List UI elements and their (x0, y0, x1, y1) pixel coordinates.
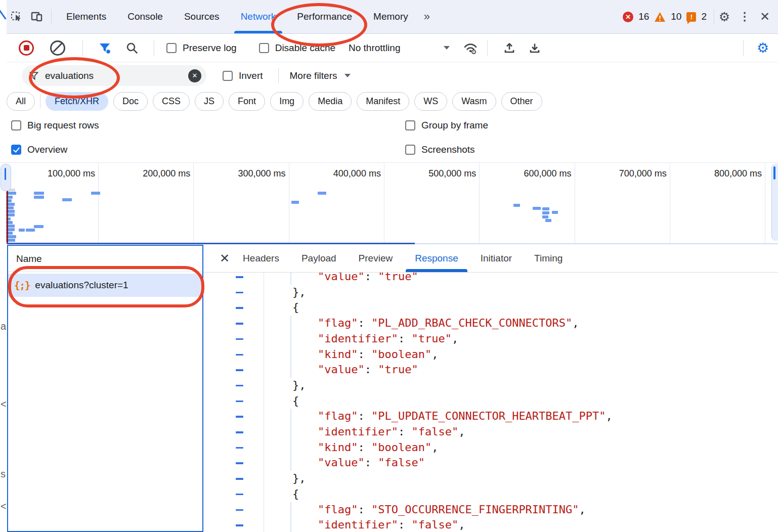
chip-wasm[interactable]: Wasm (452, 92, 496, 111)
chip-doc[interactable]: Doc (113, 92, 148, 111)
more-filters-button[interactable]: More filters (290, 70, 351, 81)
preserve-log-box[interactable] (166, 43, 177, 53)
overview-right-drag-handle[interactable] (771, 164, 778, 241)
chip-fetch-xhr[interactable]: Fetch/XHR (46, 92, 108, 111)
fold-marker-icon[interactable] (236, 494, 243, 496)
detail-tab-initiator[interactable]: Initiator (481, 245, 512, 272)
indent-guide (290, 273, 291, 285)
chip-ws[interactable]: WS (414, 92, 447, 111)
fold-marker-icon[interactable] (236, 524, 243, 526)
issues-count[interactable]: 2 (701, 11, 707, 22)
chip-other[interactable]: Other (501, 92, 542, 111)
more-filters-label: More filters (290, 70, 337, 81)
big-request-rows-label: Big request rows (27, 120, 99, 131)
detail-tab-timing[interactable]: Timing (534, 245, 563, 272)
clear-network-log-icon[interactable] (50, 40, 65, 56)
separator (40, 94, 40, 108)
detail-tab-response[interactable]: Response (415, 245, 458, 272)
fold-marker-icon[interactable] (236, 509, 243, 511)
invert-checkbox[interactable]: Invert (223, 70, 263, 81)
filter-input[interactable] (44, 70, 167, 82)
big-request-rows-box[interactable] (11, 120, 21, 130)
group-by-frame-box[interactable] (405, 120, 415, 130)
tab-performance[interactable]: Performance (286, 0, 363, 33)
tab-memory[interactable]: Memory (363, 0, 419, 33)
tab-network[interactable]: Network (230, 0, 287, 33)
overview-left-drag-handle[interactable] (1, 164, 11, 191)
clear-filter-icon[interactable]: ✕ (188, 69, 201, 82)
settings-gear-icon[interactable]: ⚙ (714, 7, 734, 27)
indent-guide (290, 316, 291, 331)
warnings-icon[interactable] (654, 12, 666, 22)
fold-marker-icon[interactable] (236, 369, 243, 371)
record-network-log-button[interactable] (19, 40, 34, 56)
screenshots-box[interactable] (405, 145, 415, 155)
fold-marker-icon[interactable] (236, 276, 243, 278)
chip-manifest[interactable]: Manifest (357, 92, 409, 111)
disable-cache-box[interactable] (259, 43, 269, 53)
fold-marker-icon[interactable] (236, 447, 243, 449)
detail-tab-preview[interactable]: Preview (359, 245, 393, 272)
fold-marker-icon[interactable] (236, 401, 243, 403)
throttling-select[interactable]: No throttling (349, 42, 450, 54)
big-request-rows-checkbox[interactable]: Big request rows (11, 120, 99, 131)
request-bar (26, 229, 35, 232)
overview-box[interactable] (11, 145, 21, 155)
chip-font[interactable]: Font (229, 92, 265, 111)
errors-icon[interactable]: ✕ (623, 12, 633, 22)
fold-marker-icon[interactable] (236, 292, 243, 294)
request-bar (62, 198, 72, 201)
tab-elements[interactable]: Elements (56, 0, 117, 33)
invert-box[interactable] (223, 71, 233, 81)
group-by-frame-checkbox[interactable]: Group by frame (405, 120, 488, 131)
fold-marker-icon[interactable] (236, 431, 243, 433)
inspect-element-icon[interactable] (7, 7, 27, 27)
separator (278, 68, 279, 83)
import-har-icon[interactable] (503, 41, 516, 55)
overview-checkbox[interactable]: Overview (11, 144, 67, 155)
filter-icon[interactable] (98, 41, 111, 55)
code-line: "value": "true" (203, 362, 778, 378)
chip-js[interactable]: JS (195, 92, 224, 111)
overview-tick-label: 200,000 ms (99, 168, 190, 179)
network-conditions-icon[interactable] (463, 41, 478, 55)
more-tabs-icon[interactable]: » (419, 10, 434, 23)
filter-input-pill[interactable]: ✕ (22, 65, 206, 86)
kebab-menu-icon[interactable]: ⋮ (734, 7, 755, 27)
issues-icon[interactable]: ! (686, 12, 696, 22)
close-detail-icon[interactable]: ✕ (203, 251, 243, 265)
code-line: "flag": "PL_UPDATE_CONNECTOR_HEARTBEAT_P… (203, 409, 778, 424)
disable-cache-checkbox[interactable]: Disable cache (259, 42, 335, 54)
detail-tab-payload[interactable]: Payload (301, 245, 336, 272)
fold-marker-icon[interactable] (236, 385, 243, 387)
chip-media[interactable]: Media (309, 92, 352, 111)
chip-all[interactable]: All (7, 92, 35, 111)
export-har-icon[interactable] (528, 41, 541, 55)
fold-marker-icon[interactable] (236, 478, 243, 480)
tab-sources[interactable]: Sources (174, 0, 230, 33)
name-header-label: Name (16, 253, 42, 264)
network-overview-timeline[interactable]: 100,000 ms200,000 ms300,000 ms400,000 ms… (0, 162, 778, 244)
fold-marker-icon[interactable] (236, 307, 243, 309)
fold-marker-icon[interactable] (236, 354, 243, 356)
network-settings-gear-icon[interactable]: ⚙ (753, 38, 773, 58)
warnings-count[interactable]: 10 (671, 11, 681, 22)
close-devtools-icon[interactable]: ✕ (755, 7, 775, 27)
fold-marker-icon[interactable] (236, 416, 243, 418)
errors-count[interactable]: 16 (638, 11, 649, 22)
fold-marker-icon[interactable] (236, 338, 243, 340)
fold-marker-icon[interactable] (236, 462, 243, 464)
preserve-log-checkbox[interactable]: Preserve log (166, 42, 237, 54)
detail-tab-headers[interactable]: Headers (243, 245, 279, 272)
request-row-evaluations[interactable]: {;} evaluations?cluster=1 (8, 274, 202, 297)
device-toolbar-icon[interactable] (27, 7, 47, 27)
chip-img[interactable]: Img (270, 92, 304, 111)
overview-gridline (289, 163, 289, 244)
chip-css[interactable]: CSS (153, 92, 190, 111)
overview-gridline (98, 163, 99, 244)
screenshots-checkbox[interactable]: Screenshots (405, 144, 475, 155)
fold-marker-icon[interactable] (236, 323, 243, 325)
name-column-header[interactable]: Name (8, 246, 202, 272)
search-icon[interactable] (125, 41, 139, 55)
tab-console[interactable]: Console (117, 0, 174, 33)
